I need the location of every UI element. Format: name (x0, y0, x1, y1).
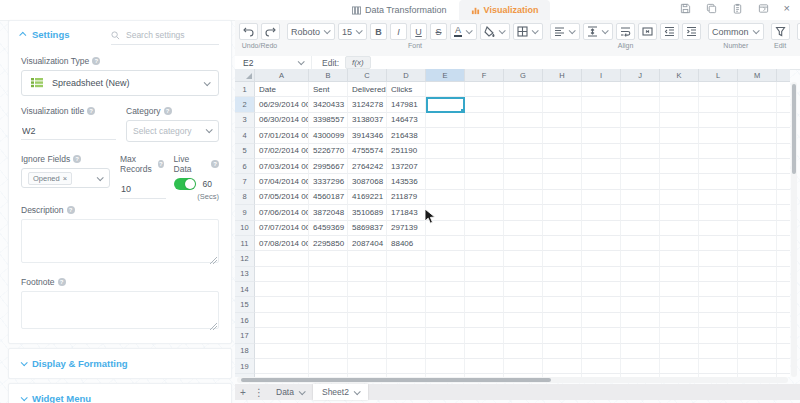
tab-data-transformation[interactable]: Data Transformation (340, 0, 459, 20)
cell-L13[interactable] (699, 267, 738, 282)
help-icon[interactable]: ? (211, 160, 219, 168)
cell-E16[interactable] (426, 313, 465, 328)
cell-M6[interactable] (738, 159, 777, 174)
row-header-18[interactable]: 18 (235, 344, 255, 359)
visualization-title-input[interactable] (21, 123, 116, 140)
settings-search[interactable] (111, 29, 219, 45)
cell-L18[interactable] (699, 344, 738, 359)
cell-M4[interactable] (738, 128, 777, 143)
cell-G16[interactable] (504, 313, 543, 328)
row-header-5[interactable]: 5 (235, 144, 255, 159)
cell-G11[interactable] (504, 236, 543, 251)
cell-F6[interactable] (465, 159, 504, 174)
cell-E14[interactable] (426, 282, 465, 297)
cell-I2[interactable] (582, 97, 621, 112)
help-icon[interactable]: ? (164, 107, 172, 115)
cell-H13[interactable] (543, 267, 582, 282)
add-sheet-button[interactable]: + (235, 387, 251, 398)
cell-L3[interactable] (699, 113, 738, 128)
active-cell-E2[interactable] (426, 97, 465, 112)
cell-B10[interactable]: 6459369 (309, 221, 348, 236)
cell-C11[interactable]: 2087404 (348, 236, 387, 251)
cell-M17[interactable] (738, 328, 777, 343)
cell-K12[interactable] (660, 251, 699, 266)
cell-A12[interactable] (255, 251, 309, 266)
cell-K18[interactable] (660, 344, 699, 359)
fill-handle[interactable] (461, 109, 465, 113)
ignore-fields-select[interactable]: Opened × (21, 168, 110, 188)
cell-C10[interactable]: 5869837 (348, 221, 387, 236)
cell-G13[interactable] (504, 267, 543, 282)
cell-G15[interactable] (504, 297, 543, 312)
horizontal-scrollbar[interactable] (237, 377, 788, 383)
cell-G2[interactable] (504, 97, 543, 112)
cell-M13[interactable] (738, 267, 777, 282)
cell-J3[interactable] (621, 113, 660, 128)
help-icon[interactable]: ? (158, 160, 164, 168)
cell-I1[interactable] (582, 82, 621, 97)
redo-button[interactable] (261, 23, 280, 40)
cell-I19[interactable] (582, 359, 621, 374)
cell-J14[interactable] (621, 282, 660, 297)
cell-M5[interactable] (738, 144, 777, 159)
filter-button[interactable] (771, 23, 790, 40)
cell-I12[interactable] (582, 251, 621, 266)
column-header-D[interactable]: D (387, 69, 426, 82)
cell-G8[interactable] (504, 190, 543, 205)
cell-N17[interactable] (777, 328, 790, 343)
cell-F18[interactable] (465, 344, 504, 359)
cell-G5[interactable] (504, 144, 543, 159)
row-header-15[interactable]: 15 (235, 297, 255, 312)
cell-H11[interactable] (543, 236, 582, 251)
cell-K6[interactable] (660, 159, 699, 174)
cell-A5[interactable]: 07/02/2014 00.. (255, 144, 309, 159)
cell-L5[interactable] (699, 144, 738, 159)
cell-J8[interactable] (621, 190, 660, 205)
cell-F4[interactable] (465, 128, 504, 143)
cell-A3[interactable]: 06/30/2014 00.. (255, 113, 309, 128)
cell-D14[interactable] (387, 282, 426, 297)
cell-F10[interactable] (465, 221, 504, 236)
cell-B8[interactable]: 4560187 (309, 190, 348, 205)
cell-K17[interactable] (660, 328, 699, 343)
column-header-A[interactable]: A (255, 69, 309, 82)
cell-N13[interactable] (777, 267, 790, 282)
cell-J2[interactable] (621, 97, 660, 112)
column-header-C[interactable]: C (348, 69, 387, 82)
cell-C15[interactable] (348, 297, 387, 312)
cell-B12[interactable] (309, 251, 348, 266)
bold-button[interactable]: B (370, 23, 387, 40)
cell-I6[interactable] (582, 159, 621, 174)
cell-G14[interactable] (504, 282, 543, 297)
row-header-13[interactable]: 13 (235, 267, 255, 282)
cell-N14[interactable] (777, 282, 790, 297)
cell-M7[interactable] (738, 174, 777, 189)
cell-I16[interactable] (582, 313, 621, 328)
cell-A13[interactable] (255, 267, 309, 282)
cell-J17[interactable] (621, 328, 660, 343)
cell-D1[interactable]: Clicks (387, 82, 426, 97)
cell-D19[interactable] (387, 359, 426, 374)
section-display-formatting[interactable]: Display & Formatting (8, 348, 232, 379)
cell-B11[interactable]: 2295850 (309, 236, 348, 251)
cell-I4[interactable] (582, 128, 621, 143)
cell-I3[interactable] (582, 113, 621, 128)
row-header-8[interactable]: 8 (235, 190, 255, 205)
cell-M8[interactable] (738, 190, 777, 205)
indent-increase-button[interactable] (682, 23, 701, 40)
cell-H14[interactable] (543, 282, 582, 297)
cell-D10[interactable]: 297139 (387, 221, 426, 236)
row-header-1[interactable]: 1 (235, 82, 255, 97)
cell-B3[interactable]: 3398557 (309, 113, 348, 128)
cell-H3[interactable] (543, 113, 582, 128)
cell-L8[interactable] (699, 190, 738, 205)
column-header-M[interactable]: M (738, 69, 777, 82)
cell-J9[interactable] (621, 205, 660, 220)
cell-A17[interactable] (255, 328, 309, 343)
insert-graph-select[interactable]: Graph (797, 23, 800, 40)
cell-N11[interactable] (777, 236, 790, 251)
row-header-7[interactable]: 7 (235, 174, 255, 189)
cell-E3[interactable] (426, 113, 465, 128)
borders-button[interactable] (513, 23, 543, 40)
cell-L7[interactable] (699, 174, 738, 189)
